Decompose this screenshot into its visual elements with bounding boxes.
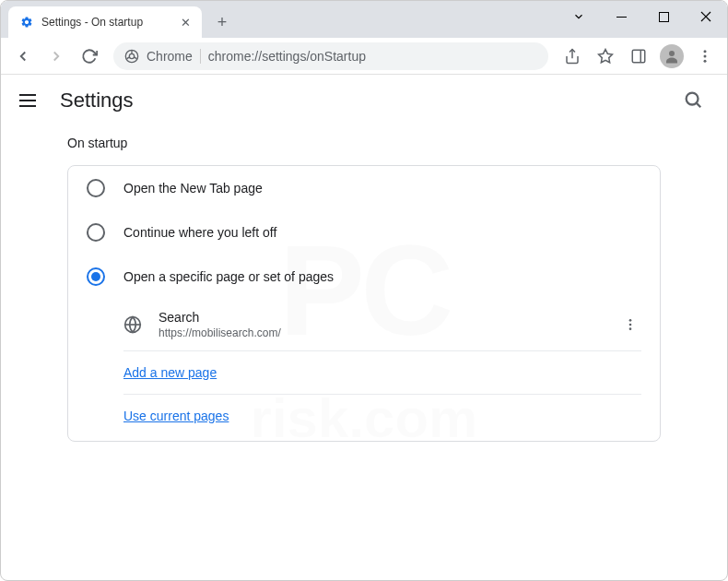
browser-toolbar: Chrome chrome://settings/onStartup bbox=[1, 38, 727, 75]
startup-options-card: Open the New Tab page Continue where you… bbox=[67, 165, 661, 442]
maximize-button[interactable] bbox=[642, 2, 685, 31]
svg-point-21 bbox=[629, 319, 632, 322]
omnibox-prefix: Chrome bbox=[147, 49, 201, 64]
svg-rect-11 bbox=[632, 50, 645, 63]
browser-titlebar: Settings - On startup ✕ + bbox=[1, 1, 727, 38]
search-icon[interactable] bbox=[683, 89, 705, 112]
page-name: Search bbox=[159, 310, 603, 325]
svg-point-17 bbox=[687, 93, 699, 105]
side-panel-icon[interactable] bbox=[624, 42, 653, 71]
bookmark-icon[interactable] bbox=[591, 42, 620, 71]
svg-marker-10 bbox=[599, 49, 613, 62]
kebab-menu-icon[interactable] bbox=[690, 42, 720, 71]
radio-option-specific-pages[interactable]: Open a specific page or set of pages bbox=[68, 255, 660, 299]
address-bar[interactable]: Chrome chrome://settings/onStartup bbox=[113, 42, 548, 70]
add-page-row: Add a new page bbox=[123, 351, 641, 395]
window-close-button[interactable] bbox=[685, 2, 727, 31]
svg-point-22 bbox=[629, 324, 632, 326]
globe-icon bbox=[123, 315, 142, 334]
use-current-pages-link[interactable]: Use current pages bbox=[123, 409, 229, 423]
svg-line-18 bbox=[697, 103, 701, 108]
svg-point-5 bbox=[129, 53, 134, 58]
radio-button bbox=[87, 223, 105, 242]
hamburger-menu-icon[interactable] bbox=[19, 89, 41, 112]
page-title: Settings bbox=[60, 89, 134, 113]
svg-point-14 bbox=[704, 50, 707, 53]
tab-title: Settings - On startup bbox=[41, 16, 170, 29]
kebab-menu-icon[interactable] bbox=[619, 314, 641, 336]
back-button[interactable] bbox=[8, 42, 38, 71]
section-title: On startup bbox=[67, 136, 661, 150]
page-entry: Search https://mobilisearch.com/ bbox=[123, 299, 641, 351]
use-current-row: Use current pages bbox=[123, 395, 641, 441]
svg-point-15 bbox=[704, 54, 707, 57]
gear-icon bbox=[19, 15, 34, 30]
add-page-link[interactable]: Add a new page bbox=[123, 365, 217, 380]
startup-pages-list: Search https://mobilisearch.com/ Add a n… bbox=[123, 299, 641, 441]
new-tab-button[interactable]: + bbox=[209, 9, 235, 35]
svg-point-23 bbox=[629, 327, 632, 330]
svg-line-8 bbox=[127, 56, 130, 58]
svg-rect-1 bbox=[659, 12, 668, 21]
radio-button bbox=[87, 179, 105, 197]
forward-button[interactable] bbox=[41, 42, 71, 71]
share-icon[interactable] bbox=[558, 42, 587, 71]
svg-point-16 bbox=[704, 59, 707, 62]
window-controls bbox=[558, 1, 727, 32]
svg-rect-0 bbox=[616, 17, 627, 18]
radio-option-continue[interactable]: Continue where you left off bbox=[68, 210, 660, 255]
chevron-down-icon[interactable] bbox=[558, 2, 600, 31]
page-url: https://mobilisearch.com/ bbox=[159, 326, 603, 339]
radio-button-selected bbox=[87, 267, 105, 286]
page-info: Search https://mobilisearch.com/ bbox=[159, 310, 603, 339]
svg-line-7 bbox=[134, 56, 136, 58]
radio-label: Continue where you left off bbox=[123, 225, 276, 240]
settings-header: Settings bbox=[1, 75, 727, 126]
svg-point-13 bbox=[669, 51, 675, 56]
reload-button[interactable] bbox=[75, 42, 104, 71]
radio-label: Open the New Tab page bbox=[123, 181, 263, 196]
profile-avatar[interactable] bbox=[657, 42, 687, 71]
omnibox-url: chrome://settings/onStartup bbox=[208, 49, 537, 64]
chrome-icon bbox=[124, 49, 139, 64]
radio-label: Open a specific page or set of pages bbox=[123, 269, 334, 284]
minimize-button[interactable] bbox=[600, 2, 642, 31]
settings-content: On startup Open the New Tab page Continu… bbox=[1, 126, 727, 460]
close-icon[interactable]: ✕ bbox=[178, 15, 193, 30]
radio-option-new-tab[interactable]: Open the New Tab page bbox=[68, 166, 660, 210]
browser-tab[interactable]: Settings - On startup ✕ bbox=[8, 6, 202, 38]
